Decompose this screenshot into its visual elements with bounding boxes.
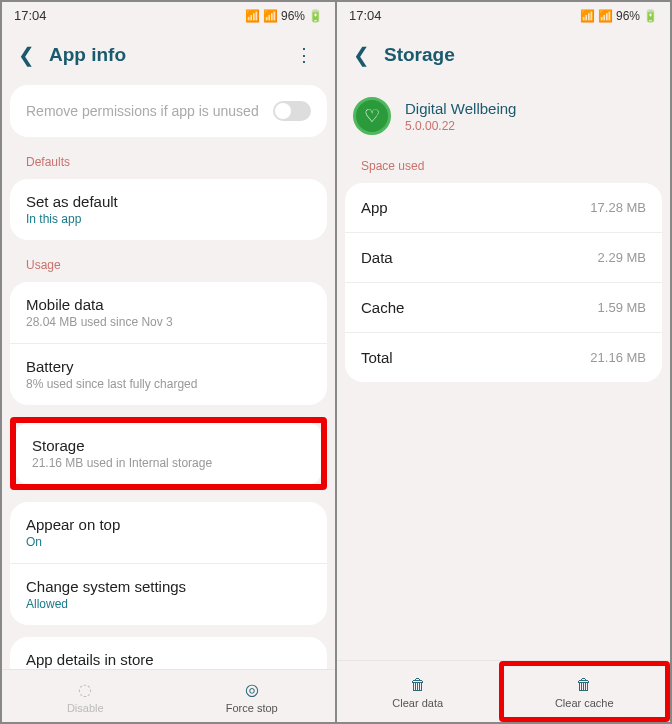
wifi-icon: 📶 <box>580 9 595 23</box>
data-size-row: Data 2.29 MB <box>345 233 662 283</box>
app-size-row: App 17.28 MB <box>345 183 662 233</box>
battery-title: Battery <box>26 358 311 375</box>
battery-row[interactable]: Battery 8% used since last fully charged <box>10 344 327 405</box>
clear-cache-button[interactable]: 🗑 Clear cache <box>499 661 671 722</box>
bottom-bar: 🗑 Clear data 🗑 Clear cache <box>337 660 670 722</box>
disable-icon: ◌ <box>78 680 92 699</box>
app-details-row[interactable]: App details in store App downloaded from… <box>10 637 327 669</box>
back-icon[interactable]: ❮ <box>18 43 35 67</box>
battery-icon: 🔋 <box>308 9 323 23</box>
signal-icon: 📶 <box>598 9 613 23</box>
cache-size-row: Cache 1.59 MB <box>345 283 662 333</box>
header: ❮ Storage <box>337 29 670 85</box>
status-bar: 17:04 📶 📶 96% 🔋 <box>337 2 670 29</box>
trash-icon: 🗑 <box>576 676 592 694</box>
defaults-section: Defaults <box>10 149 327 179</box>
battery-text: 96% <box>616 9 640 23</box>
mobile-data-title: Mobile data <box>26 296 311 313</box>
back-icon[interactable]: ❮ <box>353 43 370 67</box>
disable-button: ◌ Disable <box>2 670 169 722</box>
app-version: 5.0.00.22 <box>405 119 516 133</box>
appear-top-sub: On <box>26 535 311 549</box>
change-system-settings-row[interactable]: Change system settings Allowed <box>10 564 327 625</box>
header: ❮ App info ⋮ <box>2 29 335 85</box>
app-name: Digital Wellbeing <box>405 100 516 117</box>
status-time: 17:04 <box>14 8 47 23</box>
screen-storage: 17:04 📶 📶 96% 🔋 ❮ Storage ♡ Digital Well… <box>337 2 670 722</box>
appear-top-title: Appear on top <box>26 516 311 533</box>
screen-app-info: 17:04 📶 📶 96% 🔋 ❮ App info ⋮ Remove perm… <box>2 2 335 722</box>
toggle-off-icon[interactable] <box>273 101 311 121</box>
mobile-data-row[interactable]: Mobile data 28.04 MB used since Nov 3 <box>10 282 327 344</box>
storage-sub: 21.16 MB used in Internal storage <box>32 456 305 470</box>
clear-data-button[interactable]: 🗑 Clear data <box>337 661 499 722</box>
space-used-section: Space used <box>345 153 662 183</box>
app-size-value: 17.28 MB <box>590 200 646 215</box>
battery-text: 96% <box>281 9 305 23</box>
status-right: 📶 📶 96% 🔋 <box>245 9 323 23</box>
data-size-value: 2.29 MB <box>598 250 646 265</box>
cache-size-label: Cache <box>361 299 404 316</box>
app-size-label: App <box>361 199 388 216</box>
status-time: 17:04 <box>349 8 382 23</box>
content[interactable]: Space used App 17.28 MB Data 2.29 MB Cac… <box>337 153 670 660</box>
signal-icon: 📶 <box>263 9 278 23</box>
page-title: Storage <box>384 44 654 66</box>
storage-highlight: Storage 21.16 MB used in Internal storag… <box>10 417 327 490</box>
total-size-row: Total 21.16 MB <box>345 333 662 382</box>
force-stop-button[interactable]: ◎ Force stop <box>169 670 336 722</box>
clear-cache-label: Clear cache <box>555 697 614 709</box>
app-icon: ♡ <box>353 97 391 135</box>
appear-on-top-row[interactable]: Appear on top On <box>10 502 327 564</box>
total-size-value: 21.16 MB <box>590 350 646 365</box>
remove-permissions-row[interactable]: Remove permissions if app is unused <box>10 85 327 137</box>
change-sys-title: Change system settings <box>26 578 311 595</box>
mobile-data-sub: 28.04 MB used since Nov 3 <box>26 315 311 329</box>
change-sys-sub: Allowed <box>26 597 311 611</box>
stop-icon: ◎ <box>245 680 259 699</box>
set-default-title: Set as default <box>26 193 311 210</box>
battery-sub: 8% used since last fully charged <box>26 377 311 391</box>
storage-title: Storage <box>32 437 305 454</box>
force-stop-label: Force stop <box>226 702 278 714</box>
status-right: 📶 📶 96% 🔋 <box>580 9 658 23</box>
cache-size-value: 1.59 MB <box>598 300 646 315</box>
battery-icon: 🔋 <box>643 9 658 23</box>
storage-row[interactable]: Storage 21.16 MB used in Internal storag… <box>16 423 321 484</box>
trash-icon: 🗑 <box>410 676 426 694</box>
more-icon[interactable]: ⋮ <box>289 44 319 66</box>
status-bar: 17:04 📶 📶 96% 🔋 <box>2 2 335 29</box>
content[interactable]: Remove permissions if app is unused Defa… <box>2 85 335 669</box>
disable-label: Disable <box>67 702 104 714</box>
remove-permissions-label: Remove permissions if app is unused <box>26 103 259 119</box>
total-size-label: Total <box>361 349 393 366</box>
usage-section: Usage <box>10 252 327 282</box>
app-details-title: App details in store <box>26 651 311 668</box>
wifi-icon: 📶 <box>245 9 260 23</box>
app-header: ♡ Digital Wellbeing 5.0.00.22 <box>337 85 670 153</box>
clear-data-label: Clear data <box>392 697 443 709</box>
data-size-label: Data <box>361 249 393 266</box>
set-default-sub: In this app <box>26 212 311 226</box>
bottom-bar: ◌ Disable ◎ Force stop <box>2 669 335 722</box>
set-as-default-row[interactable]: Set as default In this app <box>10 179 327 240</box>
page-title: App info <box>49 44 275 66</box>
